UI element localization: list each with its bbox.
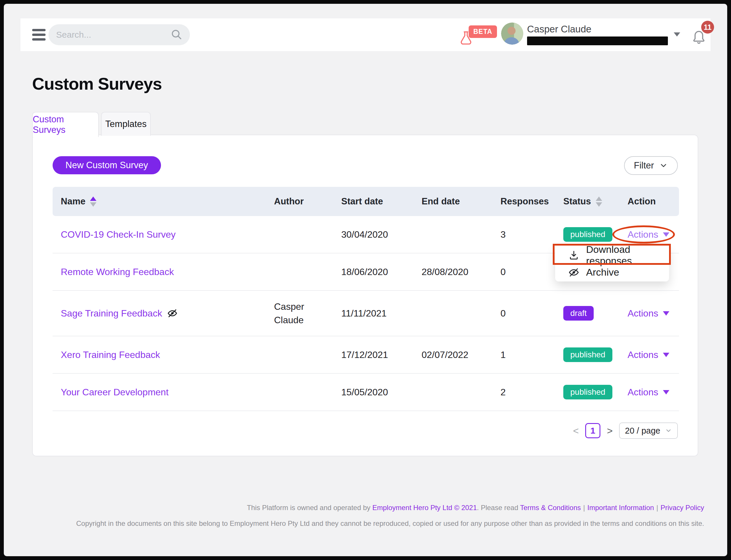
download-icon <box>568 249 580 261</box>
table-body: COVID-19 Check-In Survey 30/04/2020 3 pu… <box>53 216 679 411</box>
user-menu-caret-icon[interactable] <box>674 32 680 36</box>
important-information-link[interactable]: Important Information <box>587 504 654 512</box>
caret-down-icon <box>663 232 669 237</box>
avatar[interactable] <box>501 22 523 45</box>
table-row: Xero Training Feedback 17/12/2021 02/07/… <box>53 336 679 374</box>
sort-desc-icon <box>596 202 602 207</box>
eye-off-icon <box>167 308 178 319</box>
app-screen: BETA Casper Claude 11 Custom S <box>4 4 727 556</box>
pagination-prev-button[interactable]: < <box>573 425 579 436</box>
page-size-select[interactable]: 20 / page <box>619 422 678 439</box>
pagination-next-button[interactable]: > <box>607 425 613 436</box>
hamburger-menu-icon[interactable] <box>32 29 46 41</box>
caret-down-icon <box>663 353 669 357</box>
terms-link[interactable]: Terms & Conditions <box>520 504 581 512</box>
survey-name-link[interactable]: Sage Training Feedback <box>61 308 162 319</box>
filter-button[interactable]: Filter <box>624 156 678 175</box>
tab-bar: Custom Surveys Templates <box>32 112 151 136</box>
beta-flag: BETA <box>459 25 500 45</box>
sort-asc-icon <box>596 196 602 201</box>
search-bar[interactable] <box>48 24 190 45</box>
footer: This Platform is owned and operated by E… <box>61 504 704 528</box>
sort-desc-icon <box>90 202 96 207</box>
actions-button[interactable]: Actions <box>628 308 669 319</box>
new-custom-survey-button[interactable]: New Custom Survey <box>53 156 161 174</box>
table-row: Your Career Development 15/05/2020 2 pub… <box>53 374 679 411</box>
top-bar: BETA Casper Claude 11 <box>20 18 711 51</box>
page-title: Custom Surveys <box>32 74 162 93</box>
caret-down-icon <box>663 390 669 394</box>
table-row: Sage Training Feedback Casper Claude 11/… <box>53 291 679 336</box>
status-badge: draft <box>563 306 594 321</box>
actions-button[interactable]: Actions <box>628 349 669 360</box>
status-badge: published <box>563 227 612 242</box>
status-badge: published <box>563 347 612 362</box>
survey-name-link[interactable]: Xero Training Feedback <box>61 349 160 360</box>
tab-custom-surveys[interactable]: Custom Surveys <box>32 112 99 137</box>
surveys-card: New Custom Survey Filter Name Author Sta… <box>32 135 698 456</box>
search-input[interactable] <box>56 30 170 40</box>
survey-name-link[interactable]: Remote Working Feedback <box>61 267 174 277</box>
actions-button[interactable]: Actions <box>628 387 669 398</box>
eye-off-icon <box>568 267 580 278</box>
copyright-text: Copyright in the documents on this site … <box>61 519 704 528</box>
pagination-page-1[interactable]: 1 <box>585 423 600 438</box>
actions-button[interactable]: Actions <box>628 229 669 240</box>
table-header: Name Author Start date End date Response… <box>53 187 679 216</box>
beta-badge: BETA <box>469 25 497 38</box>
notification-count-badge: 11 <box>701 21 714 34</box>
caret-down-icon <box>663 311 669 316</box>
status-badge: published <box>563 385 612 399</box>
survey-name-link[interactable]: COVID-19 Check-In Survey <box>61 229 176 240</box>
card-toolbar: New Custom Survey Filter <box>53 156 678 175</box>
redacted-email <box>527 36 668 45</box>
survey-name-link[interactable]: Your Career Development <box>61 387 169 398</box>
user-name[interactable]: Casper Claude <box>527 24 591 35</box>
company-link[interactable]: Employment Hero Pty Ltd © 2021 <box>372 504 477 512</box>
menu-item-download-responses[interactable]: Download responses <box>555 246 669 264</box>
sort-asc-icon <box>90 196 96 201</box>
actions-dropdown-menu: Download responses Archive <box>555 246 669 281</box>
chevron-down-icon <box>659 161 668 170</box>
sort-name-control[interactable] <box>90 196 96 207</box>
search-icon[interactable] <box>170 28 182 41</box>
notifications-button[interactable]: 11 <box>691 21 718 49</box>
privacy-policy-link[interactable]: Privacy Policy <box>661 504 704 512</box>
pagination: < 1 > 20 / page <box>53 422 678 439</box>
chevron-down-icon <box>665 427 672 434</box>
tab-templates[interactable]: Templates <box>101 112 151 136</box>
sort-status-control[interactable] <box>596 196 602 207</box>
